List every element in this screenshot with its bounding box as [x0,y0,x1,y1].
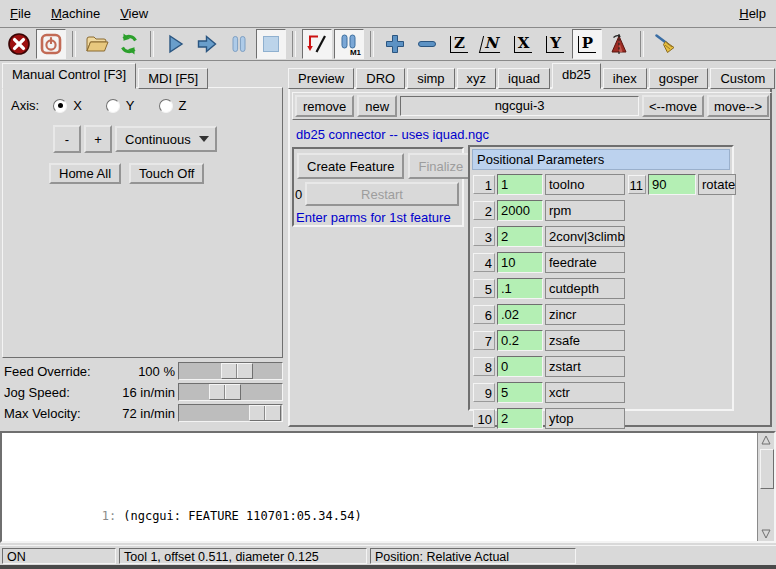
scrollbar-thumb[interactable] [760,449,774,489]
left-tabs: Manual Control [F3] MDI [F5] [2,63,210,89]
step-arrow-icon [195,32,219,56]
parameter-value-input[interactable]: 0.2 [497,330,543,351]
scroll-up-icon[interactable] [759,433,773,447]
restart-button[interactable]: Restart [305,182,459,206]
machine-power-icon [39,32,63,56]
tab-label: Manual Control [F3] [12,67,126,82]
toolbar: M1 Z N X Y P [0,28,776,61]
zoom-in-button[interactable] [380,29,410,59]
estop-button[interactable] [4,29,34,59]
parameter-value-input[interactable]: .1 [497,278,543,299]
toolbar-separator [292,31,296,57]
parameter-label: zstart [545,356,625,377]
clear-plot-button[interactable] [650,29,680,59]
notebook-tab[interactable]: db25 [552,63,601,89]
log-scrollbar[interactable] [757,433,774,541]
parameter-number: 2 [473,201,495,220]
optional-pause-button[interactable]: M1 [334,29,364,59]
jog-mode-select[interactable]: Continuous [115,126,217,152]
view-x-button[interactable]: X [508,29,538,59]
menu-help[interactable]: Help [729,2,776,25]
notebook-tab[interactable]: simp [407,68,454,89]
notebook-tab[interactable]: xyz [457,68,497,89]
jog-minus-button[interactable]: - [53,125,81,153]
parameter-value-input[interactable]: .02 [497,304,543,325]
parameter-value-input[interactable]: 1 [497,174,543,195]
view-z2-button[interactable]: N [476,29,506,59]
axis-window: File Machine View Help [0,0,776,569]
tab-label: gosper [659,71,699,86]
notebook-tab[interactable]: iquad [498,68,550,89]
notebook-tab[interactable]: DRO [356,68,405,89]
tab-label: MDI [F5] [148,71,198,86]
preview-notebook-pane: Preview DRO simp xyz iquad [285,61,776,431]
log-line-number: 1: [76,509,116,524]
notebook-tab[interactable]: ihex [603,68,647,89]
axis-z-radio[interactable]: Z [159,98,187,113]
notebook-tab[interactable]: Preview [288,68,354,89]
tab-label: simp [417,71,444,86]
jog-speed-label: Jog Speed: [0,385,70,400]
run-button[interactable] [160,29,190,59]
axis-x-radio[interactable]: X [53,98,82,113]
view-y-button[interactable]: Y [540,29,570,59]
view-y-icon: Y [546,36,564,53]
parameter-value-input[interactable]: 90 [648,174,696,195]
create-feature-button[interactable]: Create Feature [297,153,404,179]
parameter-value-input[interactable]: 2000 [497,200,543,221]
jog-speed-value: 16 in/min [122,385,175,400]
home-all-button[interactable]: Home All [49,163,121,184]
parameter-row: 9 5 xctr [473,381,625,404]
open-file-button[interactable] [82,29,112,59]
menu-file[interactable]: File [0,2,41,25]
finalize-button[interactable]: Finalize [408,153,473,179]
move-left-button[interactable]: <--move [642,95,704,117]
slider-handle[interactable] [209,384,241,400]
feed-override-slider[interactable] [178,362,283,380]
view-z-button[interactable]: Z [444,29,474,59]
parameter-value-input[interactable]: 2 [497,226,543,247]
view-p-button[interactable]: P [572,29,602,59]
m1-label: M1 [350,48,361,57]
parameter-value-input[interactable]: 5 [497,382,543,403]
step-button[interactable] [192,29,222,59]
block-delete-button[interactable] [302,29,332,59]
slider-handle[interactable] [221,363,253,379]
axis-z-label: Z [179,98,187,113]
parameter-row: 10 2 ytop [473,407,625,430]
remove-button[interactable]: remove [295,95,354,117]
scroll-down-icon[interactable] [759,527,773,541]
parameter-value-input[interactable]: 0 [497,356,543,377]
parameter-row-11: 11 90 rotate [628,173,736,196]
left-tab[interactable]: MDI [F5] [138,68,208,89]
rotate-view-button[interactable] [604,29,634,59]
stop-button[interactable] [256,29,286,59]
tab-label: xyz [467,71,487,86]
parameter-value-input[interactable]: 10 [497,252,543,273]
slider-handle[interactable] [249,405,281,421]
parameter-value-input[interactable]: 2 [497,408,543,429]
machine-power-button[interactable] [36,29,66,59]
manual-control-frame: Axis: X Y Z - + Continuous [2,87,283,358]
reload-button[interactable] [114,29,144,59]
menu-machine[interactable]: Machine [41,2,110,25]
toolbar-separator [72,31,76,57]
gcode-log-area[interactable]: 1:(ngcgui: FEATURE 110701:05.34.54) 2:(n… [0,431,776,543]
move-right-button[interactable]: move--> [707,95,769,117]
pause-button[interactable] [224,29,254,59]
notebook-tab[interactable]: Custom [710,68,775,89]
jog-plus-button[interactable]: + [84,125,112,153]
log-line: 1:(ngcgui: FEATURE 110701:05.34.54) [4,494,756,539]
zoom-out-button[interactable] [412,29,442,59]
touch-off-button[interactable]: Touch Off [129,163,204,184]
menu-view[interactable]: View [110,2,158,25]
new-button[interactable]: new [357,95,397,117]
left-tab[interactable]: Manual Control [F3] [2,63,136,89]
jog-speed-slider[interactable] [178,383,283,401]
ngcgui-name-entry[interactable]: ngcgui-3 [400,96,639,116]
axis-y-radio[interactable]: Y [106,98,135,113]
max-velocity-label: Max Velocity: [0,406,81,421]
max-velocity-slider[interactable] [178,404,283,422]
notebook-tab[interactable]: gosper [649,68,709,89]
parameters-header: Positional Parameters [472,149,730,170]
